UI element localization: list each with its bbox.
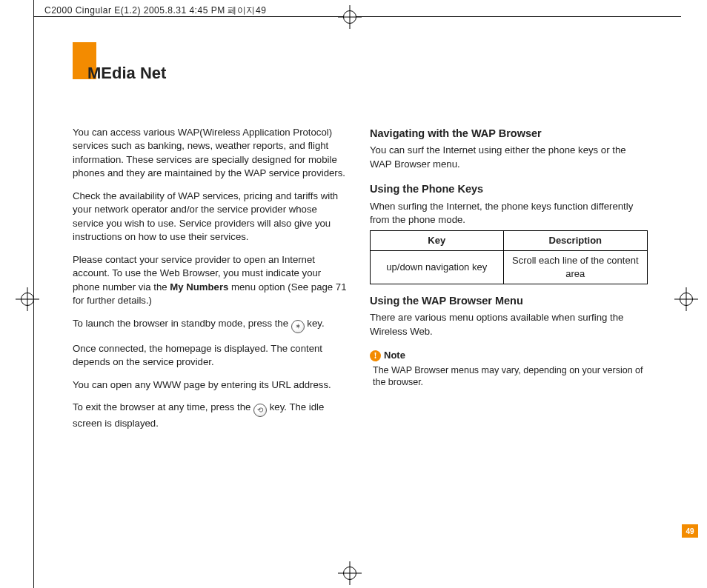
- right-column: Navigating with the WAP Browser You can …: [370, 126, 648, 440]
- table-header-description: Description: [503, 230, 647, 250]
- crop-left-line: [33, 0, 34, 588]
- body-paragraph: Please contact your service provider to …: [73, 253, 351, 308]
- registration-mark-icon: [680, 293, 693, 306]
- subheading: Navigating with the WAP Browser: [370, 126, 648, 141]
- table-header-key: Key: [371, 230, 504, 250]
- end-key-icon: ⟲: [253, 404, 267, 417]
- registration-mark-icon: [343, 567, 356, 580]
- subheading: Using the WAP Browser Menu: [370, 293, 648, 308]
- body-paragraph: You can access various WAP(Wireless Appl…: [73, 126, 351, 181]
- key-description-table: Key Description up/down navigation key S…: [370, 230, 648, 285]
- table-header-row: Key Description: [371, 230, 648, 250]
- body-paragraph: When surfing the Internet, the phone key…: [370, 200, 648, 227]
- subheading: Using the Phone Keys: [370, 181, 648, 196]
- my-numbers-bold: My Numbers: [170, 281, 228, 293]
- body-paragraph: Check the availability of WAP services, …: [73, 190, 351, 244]
- body-paragraph: There are various menu options available…: [370, 311, 648, 338]
- body-paragraph: Once connected, the homepage is displaye…: [73, 342, 351, 370]
- table-row: up/down navigation key Scroll each line …: [371, 250, 648, 284]
- page-number-badge: 49: [682, 524, 698, 538]
- note-label: Note: [384, 349, 405, 362]
- ok-key-icon: ✶: [291, 320, 305, 333]
- body-paragraph: To exit the browser at any time, press t…: [73, 401, 351, 430]
- text-run: To launch the browser in standby mode, p…: [73, 318, 291, 329]
- registration-mark-icon: [343, 10, 356, 24]
- note-body: The WAP Browser menus may vary, dependin…: [373, 364, 648, 390]
- body-paragraph: You can surf the Internet using either t…: [370, 144, 648, 171]
- file-header-meta: C2000 Cingular E(1.2) 2005.8.31 4:45 PM …: [44, 4, 266, 17]
- body-paragraph: To launch the browser in standby mode, p…: [73, 317, 351, 333]
- text-run: To exit the browser at any time, press t…: [73, 401, 253, 412]
- left-column: You can access various WAP(Wireless Appl…: [73, 126, 351, 440]
- page-title: MEdia Net: [87, 64, 166, 83]
- registration-mark-icon: [21, 293, 34, 306]
- text-run: key.: [307, 318, 324, 329]
- table-cell-description: Scroll each line of the content area: [503, 250, 647, 284]
- body-paragraph: You can open any WWW page by entering it…: [73, 378, 351, 392]
- table-cell-key: up/down navigation key: [371, 250, 504, 284]
- note-icon: !: [370, 350, 381, 361]
- content-columns: You can access various WAP(Wireless Appl…: [73, 126, 651, 440]
- note-header: ! Note: [370, 349, 648, 362]
